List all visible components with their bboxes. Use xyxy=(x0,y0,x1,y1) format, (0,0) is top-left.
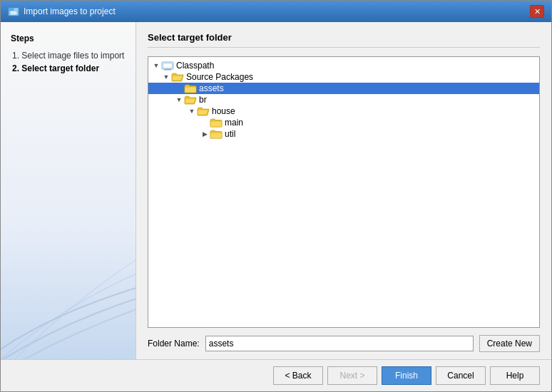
tree-node-house[interactable]: ▼ house xyxy=(148,105,539,117)
svg-rect-6 xyxy=(164,69,171,71)
expand-icon-main xyxy=(200,118,210,128)
title-text: Import images to project xyxy=(24,6,116,16)
back-button[interactable]: < Back xyxy=(273,366,323,385)
tree-view[interactable]: ▼ Classpath ▼ xyxy=(148,56,540,328)
folder-open-icon-br xyxy=(184,95,197,105)
tree-node-main[interactable]: main xyxy=(148,117,539,128)
expand-icon-br: ▼ xyxy=(174,95,184,105)
step-1-number: 1. xyxy=(12,51,19,61)
help-button[interactable]: Help xyxy=(490,366,540,385)
steps-panel: Steps 1. Select image files to import 2.… xyxy=(1,22,136,359)
source-packages-label: Source Packages xyxy=(186,72,253,82)
classpath-icon xyxy=(161,61,174,71)
title-bar-left: Import images to project xyxy=(8,6,116,17)
svg-rect-7 xyxy=(185,87,196,93)
main-label: main xyxy=(225,118,243,128)
tree-node-br[interactable]: ▼ br xyxy=(148,94,539,105)
tree-node-source-packages[interactable]: ▼ Source Packages xyxy=(148,71,539,83)
step-2-number: 2. xyxy=(12,63,19,73)
section-title: Select target folder xyxy=(148,32,540,48)
expand-icon-source-packages: ▼ xyxy=(161,72,171,82)
folder-icon-main xyxy=(210,118,223,128)
folder-icon-assets xyxy=(184,83,197,93)
bg-decoration xyxy=(1,245,136,359)
expand-icon-house: ▼ xyxy=(187,106,197,116)
expand-icon-classpath: ▼ xyxy=(151,61,161,71)
dialog-body: Steps 1. Select image files to import 2.… xyxy=(1,22,551,359)
svg-rect-2 xyxy=(10,11,17,15)
classpath-label: Classpath xyxy=(176,61,214,71)
close-button[interactable]: ✕ xyxy=(530,5,544,18)
tree-node-classpath[interactable]: ▼ Classpath xyxy=(148,60,539,71)
folder-name-input[interactable] xyxy=(205,336,474,351)
folder-icon-util xyxy=(210,129,223,139)
folder-open-icon xyxy=(171,72,184,82)
assets-label: assets xyxy=(199,83,224,93)
util-label: util xyxy=(225,129,235,139)
folder-name-label: Folder Name: xyxy=(148,339,200,349)
folder-open-icon-house xyxy=(197,106,210,116)
steps-title: Steps xyxy=(11,33,126,43)
next-button[interactable]: Next > xyxy=(327,366,377,385)
decoration-svg xyxy=(1,245,136,359)
step-1-label: Select image files to import xyxy=(21,51,124,61)
title-bar: Import images to project ✕ xyxy=(1,1,551,22)
svg-rect-4 xyxy=(163,63,172,68)
finish-button[interactable]: Finish xyxy=(382,366,431,385)
tree-node-assets[interactable]: assets xyxy=(148,83,539,94)
expand-icon-util: ▶ xyxy=(200,129,210,139)
create-new-button[interactable]: Create New xyxy=(479,335,540,352)
br-label: br xyxy=(199,95,207,105)
expand-icon-assets xyxy=(174,83,184,93)
house-label: house xyxy=(212,106,235,116)
folder-name-row: Folder Name: Create New xyxy=(148,335,540,352)
cancel-button[interactable]: Cancel xyxy=(436,366,486,385)
svg-rect-9 xyxy=(210,133,222,138)
app-icon xyxy=(8,6,19,17)
svg-rect-1 xyxy=(9,8,14,11)
step-2: 2. Select target folder xyxy=(11,63,126,73)
svg-rect-8 xyxy=(210,121,222,127)
step-1: 1. Select image files to import xyxy=(11,51,126,61)
right-panel: Select target folder ▼ Classpath xyxy=(136,22,551,359)
dialog-window: Import images to project ✕ Steps 1. Sele… xyxy=(0,0,552,392)
step-2-label: Select target folder xyxy=(21,63,99,73)
bottom-bar: < Back Next > Finish Cancel Help xyxy=(1,359,551,391)
tree-node-util[interactable]: ▶ util xyxy=(148,128,539,140)
